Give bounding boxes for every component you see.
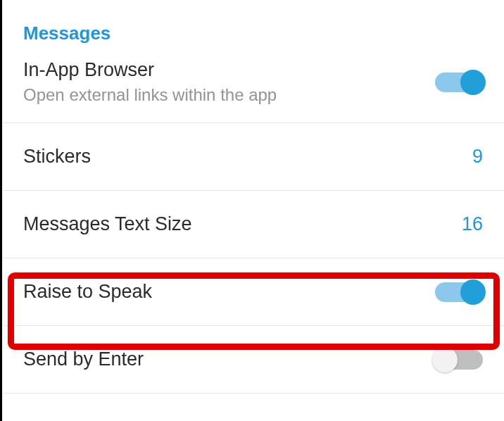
- setting-text-group: In-App Browser Open external links withi…: [23, 59, 277, 105]
- setting-raise-to-speak[interactable]: Raise to Speak: [2, 258, 504, 326]
- setting-send-by-enter[interactable]: Send by Enter: [2, 326, 504, 394]
- setting-value: 9: [472, 146, 483, 168]
- setting-in-app-browser[interactable]: In-App Browser Open external links withi…: [2, 56, 504, 123]
- setting-title: Stickers: [23, 146, 91, 168]
- setting-title: Messages Text Size: [23, 213, 192, 235]
- toggle-raise-to-speak[interactable]: [435, 282, 483, 302]
- toggle-thumb: [460, 70, 486, 95]
- toggle-in-app-browser[interactable]: [435, 73, 483, 92]
- setting-stickers[interactable]: Stickers 9: [2, 123, 504, 191]
- section-header-messages: Messages: [2, 0, 504, 56]
- toggle-thumb: [460, 279, 486, 305]
- setting-title: Raise to Speak: [23, 281, 152, 303]
- setting-title: Send by Enter: [23, 348, 144, 370]
- setting-subtitle: Open external links within the app: [23, 85, 277, 105]
- setting-title: In-App Browser: [23, 59, 277, 81]
- setting-messages-text-size[interactable]: Messages Text Size 16: [2, 191, 504, 258]
- toggle-thumb: [432, 347, 458, 372]
- toggle-send-by-enter[interactable]: [435, 350, 483, 370]
- setting-value: 16: [462, 213, 483, 235]
